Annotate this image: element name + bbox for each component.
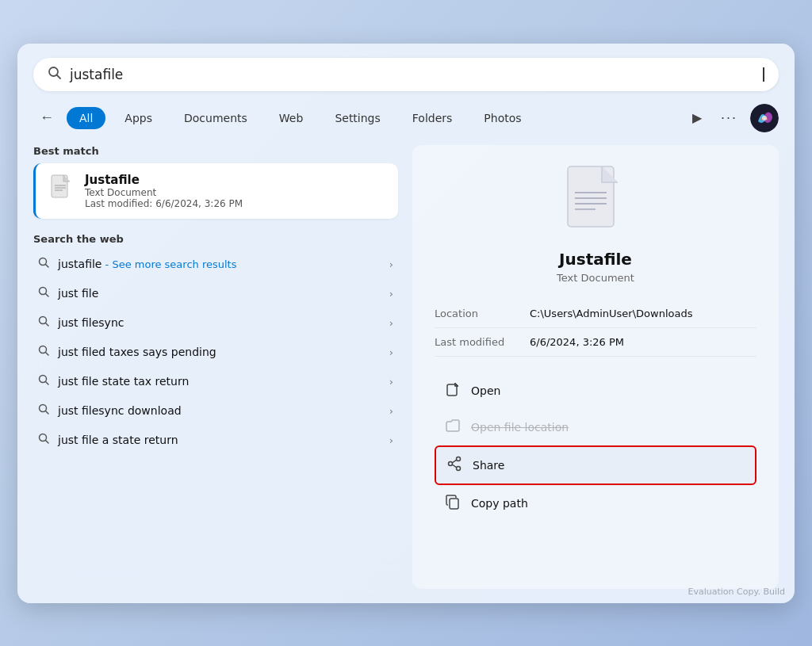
svg-line-9	[46, 264, 49, 267]
best-match-type: Text Document	[85, 187, 243, 198]
svg-point-3	[762, 116, 767, 120]
svg-line-17	[46, 381, 49, 384]
svg-line-31	[452, 460, 457, 463]
search-icon-1	[38, 286, 50, 301]
modified-label: Last modified	[435, 336, 530, 348]
svg-point-30	[449, 461, 453, 465]
search-input[interactable]: justafile	[70, 67, 762, 82]
right-file-name: Justafile	[559, 250, 632, 269]
search-bar[interactable]: justafile	[33, 58, 779, 91]
modified-value: 6/6/2024, 3:26 PM	[530, 336, 624, 348]
svg-line-15	[46, 352, 49, 355]
web-search-text-5: just filesync download	[58, 404, 389, 417]
web-search-item-5[interactable]: just filesync download ›	[33, 396, 398, 426]
right-file-icon	[564, 164, 627, 239]
web-search-item-2[interactable]: just filesync ›	[33, 308, 398, 338]
web-search-text-1: just file	[58, 287, 389, 300]
best-match-info: Justafile Text Document Last modified: 6…	[85, 173, 243, 209]
svg-line-21	[46, 440, 49, 443]
right-file-type: Text Document	[557, 272, 634, 284]
copy-icon	[444, 494, 462, 513]
arrow-icon-6: ›	[389, 434, 393, 446]
web-search-item-0[interactable]: justafile - See more search results ›	[33, 250, 398, 279]
web-search-item-6[interactable]: just file a state return ›	[33, 426, 398, 455]
search-icon-6	[38, 433, 50, 448]
svg-point-29	[457, 466, 461, 470]
main-content: Best match Justafile Text Document	[33, 145, 779, 589]
open-icon	[444, 381, 462, 400]
arrow-icon-2: ›	[389, 317, 393, 329]
right-panel: Justafile Text Document Location C:\User…	[412, 145, 779, 589]
best-match-name: Justafile	[85, 173, 243, 187]
arrow-icon-0: ›	[389, 258, 393, 270]
arrow-icon-4: ›	[389, 376, 393, 388]
action-share[interactable]: Share	[435, 445, 756, 485]
copy-path-label: Copy path	[471, 497, 528, 510]
search-icon-0	[38, 257, 50, 272]
svg-line-1	[57, 75, 61, 78]
file-icon	[47, 173, 75, 201]
detail-row-modified: Last modified 6/6/2024, 3:26 PM	[435, 328, 756, 357]
action-open-file-location[interactable]: Open file location	[435, 409, 756, 445]
search-icon	[48, 66, 62, 83]
arrow-icon-3: ›	[389, 346, 393, 358]
action-list: Open Open file location	[435, 373, 756, 522]
web-search-text-0: justafile - See more search results	[58, 258, 389, 270]
more-button[interactable]: ···	[714, 106, 744, 129]
detail-row-location: Location C:\Users\AdminUser\Downloads	[435, 300, 756, 328]
action-open[interactable]: Open	[435, 373, 756, 409]
share-label: Share	[473, 459, 504, 472]
tab-all[interactable]: All	[67, 107, 105, 129]
watermark: Evaluation Copy. Build	[688, 587, 785, 597]
svg-rect-33	[450, 499, 458, 509]
back-button[interactable]: ←	[33, 106, 60, 129]
action-copy-path[interactable]: Copy path	[435, 485, 756, 522]
open-label: Open	[471, 384, 500, 397]
copilot-icon[interactable]	[750, 104, 779, 132]
web-search-text-3: just filed taxes says pending	[58, 346, 389, 358]
location-label: Location	[435, 308, 530, 319]
search-icon-3	[38, 345, 50, 360]
tab-documents[interactable]: Documents	[171, 107, 260, 129]
left-panel: Best match Justafile Text Document	[33, 145, 398, 589]
web-search-item-1[interactable]: just file ›	[33, 279, 398, 308]
svg-point-28	[457, 457, 461, 461]
tab-folders[interactable]: Folders	[400, 107, 465, 129]
tab-photos[interactable]: Photos	[471, 107, 534, 129]
tab-web[interactable]: Web	[266, 107, 316, 129]
search-icon-5	[38, 403, 50, 419]
search-icon-4	[38, 374, 50, 389]
filter-bar: ← All Apps Documents Web Settings Folder…	[33, 104, 779, 132]
search-icon-2	[38, 315, 50, 331]
web-search-text-4: just file state tax return	[58, 375, 389, 388]
web-search-item-3[interactable]: just filed taxes says pending ›	[33, 338, 398, 367]
best-match-item[interactable]: Justafile Text Document Last modified: 6…	[33, 163, 398, 219]
tab-apps[interactable]: Apps	[112, 107, 165, 129]
web-search-text-6: just file a state return	[58, 434, 389, 446]
svg-line-32	[452, 464, 457, 468]
svg-line-11	[46, 293, 49, 296]
best-match-label: Best match	[33, 145, 398, 157]
web-search-item-4[interactable]: just file state tax return ›	[33, 367, 398, 396]
arrow-icon-1: ›	[389, 288, 393, 300]
svg-line-19	[46, 411, 49, 414]
web-search-text-2: just filesync	[58, 316, 389, 329]
arrow-icon-5: ›	[389, 405, 393, 417]
location-value: C:\Users\AdminUser\Downloads	[530, 308, 692, 319]
play-button[interactable]: ▶	[686, 107, 708, 128]
svg-line-13	[46, 323, 49, 326]
best-match-modified: Last modified: 6/6/2024, 3:26 PM	[85, 198, 243, 209]
folder-open-icon	[444, 418, 462, 437]
tab-settings[interactable]: Settings	[322, 107, 393, 129]
search-web-label: Search the web	[33, 233, 398, 245]
file-details: Location C:\Users\AdminUser\Downloads La…	[435, 300, 756, 357]
open-file-location-label: Open file location	[471, 421, 569, 434]
share-icon	[446, 456, 463, 475]
